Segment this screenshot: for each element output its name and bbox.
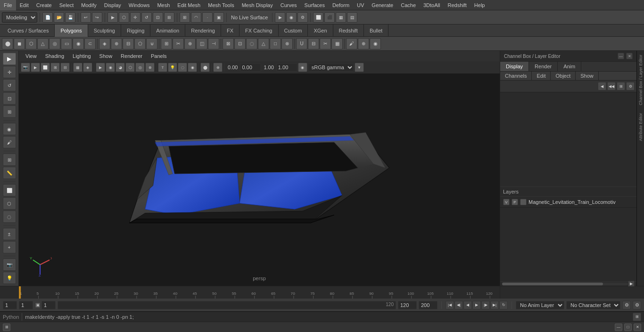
rotate-button[interactable]: ↺ — [3, 79, 16, 91]
render-settings[interactable]: ⚙ — [297, 12, 308, 23]
disc-icon[interactable]: ◉ — [73, 38, 84, 49]
char-set-dropdown[interactable]: No Character Set — [566, 301, 620, 309]
tab-custom[interactable]: Custom — [279, 24, 308, 37]
menu-meshtools[interactable]: Mesh Tools — [204, 0, 238, 10]
viewport-3d[interactable]: View Shading Lighting Show Renderer Pane… — [19, 51, 500, 286]
frame-field3[interactable] — [41, 301, 56, 309]
playback-indicator[interactable]: ▣ — [35, 302, 41, 308]
viewport-renderer-icon[interactable]: ⬤ — [200, 63, 210, 72]
viewport-menu-shading[interactable]: Shading — [41, 51, 68, 61]
viewport-menu-show[interactable]: Show — [96, 51, 116, 61]
menu-modify[interactable]: Modify — [77, 0, 100, 10]
menu-mesh[interactable]: Mesh — [153, 0, 173, 10]
rp-subtab-show[interactable]: Show — [576, 72, 599, 80]
combine-icon[interactable]: ⊠ — [223, 38, 234, 49]
gamma-options-icon[interactable]: ▼ — [355, 63, 364, 72]
light-quality-icon[interactable]: 💡 — [168, 63, 177, 72]
transform-button[interactable]: ⊞ — [3, 105, 16, 118]
step-back-key-button[interactable]: ◀| — [454, 301, 463, 309]
goto-end-button[interactable]: ▶| — [490, 301, 499, 309]
window-layout4[interactable]: ▤ — [347, 12, 357, 23]
new-scene-button[interactable]: 📄 — [42, 12, 53, 23]
tab-animation[interactable]: Animation — [150, 24, 185, 37]
window-maximize[interactable]: □ — [624, 324, 632, 331]
extrude-icon[interactable]: ⊕ — [111, 38, 122, 49]
window-layout1[interactable]: ⬜ — [313, 12, 323, 23]
window-layout2[interactable]: ⬛ — [324, 12, 335, 23]
loop-button[interactable]: ↻ — [499, 301, 508, 309]
light-button[interactable]: 💡 — [3, 272, 16, 284]
sphere-icon[interactable]: ⬤ — [2, 38, 13, 49]
smooth-icon[interactable]: ◌ — [246, 38, 257, 49]
pipe-icon[interactable]: ⊂ — [84, 38, 96, 49]
select-tool[interactable]: ▶ — [107, 12, 118, 23]
rp-subtab-object[interactable]: Object — [551, 72, 576, 80]
loop-cut-icon[interactable]: ⊞ — [161, 38, 172, 49]
cone-icon[interactable]: △ — [37, 38, 49, 49]
plane-icon[interactable]: ▭ — [61, 38, 72, 49]
safe-action-icon[interactable]: ⊟ — [60, 63, 70, 72]
separate-icon[interactable]: ⊡ — [234, 38, 246, 49]
menu-curves[interactable]: Curves — [277, 0, 301, 10]
menu-surfaces[interactable]: Surfaces — [301, 0, 329, 10]
viewport-menu-renderer[interactable]: Renderer — [117, 51, 146, 61]
rp-options-button[interactable]: ⚙ — [626, 82, 635, 90]
play-back-button[interactable]: ◀ — [463, 301, 472, 309]
menu-cache[interactable]: Cache — [397, 0, 420, 10]
menu-windows[interactable]: Windows — [125, 0, 154, 10]
open-scene-button[interactable]: 📂 — [54, 12, 64, 23]
menu-editmesh[interactable]: Edit Mesh — [173, 0, 204, 10]
tab-fx[interactable]: FX — [221, 24, 239, 37]
rp-forward-button[interactable]: ◀◀ — [607, 82, 616, 90]
heads-up-icon[interactable]: ◈ — [83, 63, 92, 72]
menu-create[interactable]: Create — [33, 0, 56, 10]
gamma-dropdown[interactable]: sRGB gamma — [308, 63, 354, 72]
window-close[interactable]: ✕ — [634, 324, 641, 331]
viewport-menu-view[interactable]: View — [22, 51, 41, 61]
bridge-icon[interactable]: ⊟ — [123, 38, 134, 49]
lasso-button[interactable]: ⬡ — [3, 197, 16, 210]
fill-hole-icon[interactable]: ◫ — [196, 38, 207, 49]
layer-color-swatch[interactable] — [520, 199, 527, 205]
append-icon[interactable]: ⊕ — [184, 38, 196, 49]
range-end-input[interactable] — [419, 301, 438, 309]
viewport-menu-panels[interactable]: Panels — [147, 51, 171, 61]
plus-minus-button[interactable]: ± — [3, 228, 16, 240]
rp-tab-anim[interactable]: Anim — [558, 62, 581, 71]
texture-icon[interactable]: T — [158, 63, 167, 72]
move-tool[interactable]: ✛ — [130, 12, 140, 23]
uv-layout-icon[interactable]: ▦ — [331, 38, 343, 49]
move-button[interactable]: ✛ — [3, 66, 16, 78]
gamma-color-icon[interactable]: ◉ — [298, 63, 307, 72]
marquee-button[interactable]: ⬜ — [3, 184, 16, 196]
rp-tab-render[interactable]: Render — [529, 62, 558, 71]
goto-start-button[interactable]: |◀ — [446, 301, 454, 309]
tab-rendering[interactable]: Rendering — [185, 24, 221, 37]
measure-button[interactable]: 📏 — [3, 167, 16, 179]
right-edge-tab-channelbox[interactable]: Channel Box / Layer Editor — [637, 51, 644, 109]
camera-button[interactable]: 📷 — [3, 259, 16, 271]
rp-tab-display[interactable]: Display — [500, 62, 529, 71]
menu-display[interactable]: Display — [100, 0, 125, 10]
snap-button[interactable]: ⊞ — [3, 154, 16, 166]
paint-button[interactable]: ◌ — [3, 211, 16, 223]
relax-icon[interactable]: ◉ — [370, 38, 381, 49]
sculpt-icon[interactable]: ⊕ — [358, 38, 369, 49]
zoom2-input[interactable] — [276, 63, 297, 72]
merge-icon[interactable]: ⊌ — [146, 38, 157, 49]
tab-sculpting[interactable]: Sculpting — [88, 24, 121, 37]
shading-mode-icon[interactable]: ◕ — [116, 63, 125, 72]
subdiv-icon[interactable]: ◈ — [99, 38, 110, 49]
uv-editor-icon[interactable]: U — [296, 38, 307, 49]
end-frame-input[interactable] — [398, 301, 417, 309]
viewport-menu-lighting[interactable]: Lighting — [69, 51, 95, 61]
snap-point[interactable]: · — [202, 12, 213, 23]
tab-bullet[interactable]: Bullet — [364, 24, 389, 37]
menu-deform[interactable]: Deform — [329, 0, 353, 10]
knife-icon[interactable]: ✂ — [173, 38, 184, 49]
menu-uv[interactable]: UV — [353, 0, 368, 10]
tab-fx-caching[interactable]: FX Caching — [239, 24, 278, 37]
tab-rigging[interactable]: Rigging — [121, 24, 150, 37]
scale-tool[interactable]: ⊡ — [153, 12, 163, 23]
paint-select-button[interactable]: 🖌 — [3, 136, 16, 148]
